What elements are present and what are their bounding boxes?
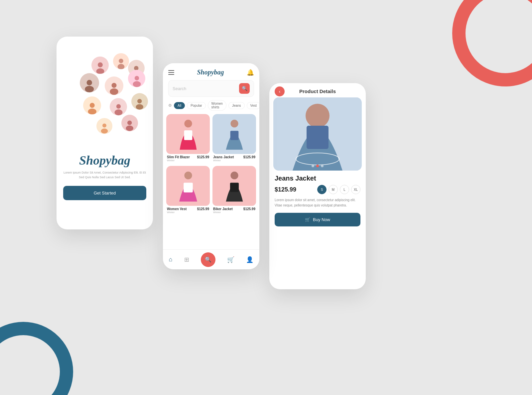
svg-point-15 [114,109,122,115]
product-price-4: $125.99 [243,207,255,211]
svg-point-18 [102,124,106,128]
product-card-women-vest[interactable]: Women Vest Winter $125.99 [166,166,210,215]
nav-cart-icon[interactable]: 🛒 [227,256,234,263]
decorative-circle-red [452,0,532,86]
size-m[interactable]: M [329,185,338,194]
svg-rect-32 [307,126,329,149]
brand-title-phone1: Shopybag [79,153,130,168]
size-xl[interactable]: XL [351,185,360,194]
svg-point-31 [306,104,330,128]
brand-subtitle: Lorem ipsum Dolor Sit Amet, Consectetur … [63,170,146,180]
product-detail-image [273,97,362,171]
price-row: $125.99 S M L XL [275,185,360,194]
dot-3[interactable] [321,165,324,167]
phone-product-details: ‹ Product Details Jeans Jacket $125.99 S [269,83,366,289]
product-sub-4: Winter [213,211,233,214]
svg-point-0 [98,63,103,67]
product-price-2: $125.99 [243,155,255,159]
phone-shop-listing: Shopybag 🔔 Search 🔍 ⚙ All Popular Women … [163,63,259,269]
search-icon: 🔍 [242,86,247,91]
svg-point-14 [116,104,121,109]
svg-point-17 [136,104,144,110]
product-price-3: $125.99 [197,207,209,211]
products-grid: Slim Fit Blazer Winter $125.99 Jeans Jac… [163,114,259,215]
avatars-grid [63,50,146,150]
filter-chip-popular[interactable]: Popular [187,102,205,109]
product-sub-3: Winter [167,211,187,214]
avatar-6 [128,70,145,87]
search-button[interactable]: 🔍 [239,83,250,94]
avatar-11 [121,115,138,131]
buy-now-label: Buy Now [313,217,330,222]
pd-price: $125.99 [275,186,296,193]
size-l[interactable]: L [340,185,349,194]
product-card-jeans-jacket[interactable]: Jeans Jacket Winter $125.99 [212,114,256,163]
nav-grid-icon[interactable]: ⊞ [184,256,189,263]
svg-point-10 [134,76,139,80]
notification-bell-icon[interactable]: 🔔 [247,69,254,76]
avatar-10 [96,118,112,134]
size-options: S M L XL [317,185,360,194]
product-detail-body: Jeans Jacket $125.99 S M L XL Lorem ipsu… [269,171,366,230]
nav-home-icon[interactable]: ⌂ [169,256,173,263]
filter-icon[interactable]: ⚙ [168,103,172,108]
bottom-nav: ⌂ ⊞ 🔍 🛒 👤 [163,249,259,269]
avatar-9 [131,93,148,110]
avatar-4 [80,73,99,92]
product-sub-1: Winter [167,159,190,162]
nav-profile-icon[interactable]: 👤 [246,256,253,263]
svg-point-13 [88,108,96,114]
pd-description: Lorem ipsum dolor sit amet, consectetur … [275,198,360,208]
search-bar: Search 🔍 [168,80,254,97]
svg-rect-27 [184,183,193,193]
svg-point-24 [230,120,238,127]
phone-onboarding: Shopybag Lorem ipsum Dolor Sit Amet, Con… [57,37,153,229]
size-s[interactable]: S [317,185,327,194]
svg-rect-23 [184,130,192,140]
avatar-7 [83,96,101,114]
svg-point-16 [137,99,142,103]
fab-search-icon: 🔍 [205,256,211,263]
product-details-title: Product Details [299,88,336,94]
avatar-5 [105,76,123,95]
back-button[interactable]: ‹ [275,86,285,96]
product-name-4: Biker Jacket [213,207,233,211]
avatar-8 [110,98,127,115]
get-started-button[interactable]: Get Started [63,186,146,200]
svg-point-11 [133,81,141,87]
product-card-slim-fit-blazer[interactable]: Slim Fit Blazer Winter $125.99 [166,114,210,163]
dot-2[interactable] [316,165,319,167]
svg-point-1 [96,68,104,74]
product-card-biker-jacket[interactable]: Biker Jacket Winter $125.99 [212,166,256,215]
filter-row: ⚙ All Popular Women shirts Jeans Vest [163,100,259,114]
carousel-dots [312,165,324,167]
svg-point-21 [126,125,134,131]
svg-point-22 [184,120,192,127]
search-placeholder: Search [173,86,236,91]
product-name-1: Slim Fit Blazer [167,155,190,159]
filter-chip-all[interactable]: All [174,102,185,109]
dot-1[interactable] [312,165,314,167]
svg-point-3 [118,64,125,69]
svg-point-6 [87,80,92,85]
svg-point-8 [112,83,117,88]
svg-point-7 [85,86,94,92]
cart-icon: 🛒 [305,217,310,222]
svg-point-26 [184,172,192,179]
product-details-header: ‹ Product Details [269,83,366,97]
shop-header: Shopybag 🔔 [163,63,259,79]
svg-point-20 [127,120,132,125]
avatar-1 [91,57,109,74]
svg-rect-25 [230,131,238,140]
svg-point-2 [119,59,123,64]
svg-point-28 [230,172,238,179]
buy-now-button[interactable]: 🛒 Buy Now [275,213,360,226]
product-name-3: Women Vest [167,207,187,211]
pd-product-name: Jeans Jacket [275,175,360,182]
filter-chip-vest[interactable]: Vest [247,102,259,109]
nav-search-fab[interactable]: 🔍 [201,252,215,267]
filter-chip-women-shirts[interactable]: Women shirts [208,100,226,111]
hamburger-icon[interactable] [168,70,174,75]
product-name-2: Jeans Jacket [213,155,234,159]
filter-chip-jeans[interactable]: Jeans [228,102,245,109]
